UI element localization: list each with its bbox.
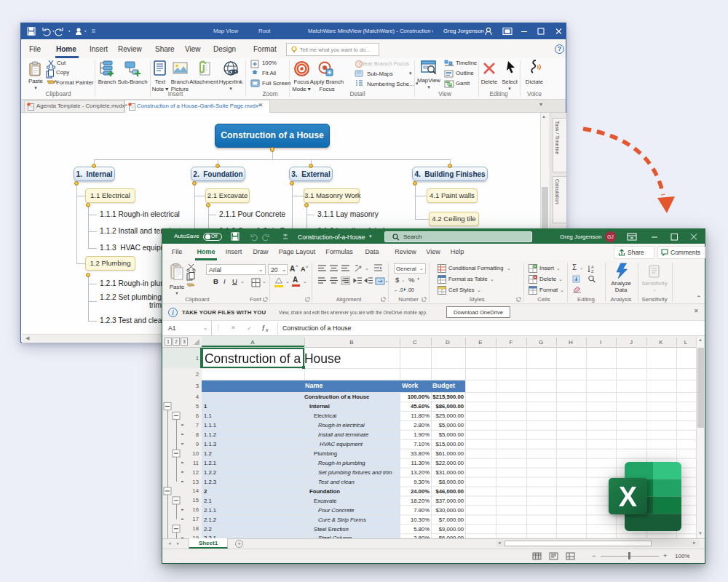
svg-text:X: X [619, 482, 638, 512]
